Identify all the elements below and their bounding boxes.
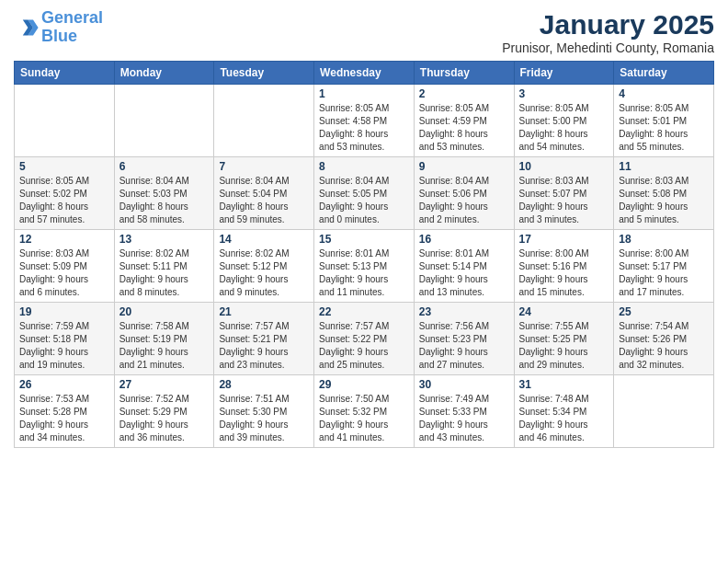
day-cell: 10Sunrise: 8:03 AM Sunset: 5:07 PM Dayli… (514, 157, 614, 230)
day-cell: 18Sunrise: 8:00 AM Sunset: 5:17 PM Dayli… (614, 230, 714, 303)
day-cell (214, 85, 314, 157)
calendar-header: SundayMondayTuesdayWednesdayThursdayFrid… (15, 62, 714, 85)
day-number: 28 (219, 378, 309, 391)
day-number: 10 (519, 160, 609, 173)
day-number: 20 (119, 305, 210, 318)
week-row-2: 5Sunrise: 8:05 AM Sunset: 5:02 PM Daylig… (15, 157, 714, 230)
day-info: Sunrise: 8:03 AM Sunset: 5:07 PM Dayligh… (519, 175, 609, 226)
day-info: Sunrise: 8:00 AM Sunset: 5:17 PM Dayligh… (619, 247, 709, 299)
day-number: 24 (519, 305, 609, 318)
day-cell: 11Sunrise: 8:03 AM Sunset: 5:08 PM Dayli… (614, 157, 714, 230)
day-cell: 15Sunrise: 8:01 AM Sunset: 5:13 PM Dayli… (314, 230, 415, 303)
day-number: 11 (619, 160, 709, 173)
day-number: 31 (519, 378, 609, 391)
day-cell: 7Sunrise: 8:04 AM Sunset: 5:04 PM Daylig… (214, 157, 314, 230)
day-info: Sunrise: 7:52 AM Sunset: 5:29 PM Dayligh… (119, 393, 210, 444)
day-number: 12 (19, 233, 109, 246)
day-number: 27 (119, 378, 210, 391)
day-cell: 31Sunrise: 7:48 AM Sunset: 5:34 PM Dayli… (514, 375, 614, 448)
subtitle: Prunisor, Mehedinti County, Romania (502, 40, 714, 55)
col-header-wednesday: Wednesday (314, 62, 415, 85)
week-row-1: 1Sunrise: 8:05 AM Sunset: 4:58 PM Daylig… (15, 85, 714, 157)
day-cell (614, 375, 714, 448)
day-info: Sunrise: 8:05 AM Sunset: 5:01 PM Dayligh… (619, 102, 709, 154)
day-number: 15 (319, 233, 409, 246)
logo-general: General (41, 8, 103, 27)
day-info: Sunrise: 7:56 AM Sunset: 5:23 PM Dayligh… (419, 320, 509, 372)
day-cell: 6Sunrise: 8:04 AM Sunset: 5:03 PM Daylig… (114, 157, 214, 230)
day-number: 29 (319, 378, 409, 391)
day-cell: 27Sunrise: 7:52 AM Sunset: 5:29 PM Dayli… (114, 375, 214, 448)
day-cell: 19Sunrise: 7:59 AM Sunset: 5:18 PM Dayli… (15, 303, 115, 375)
logo-text: General Blue (41, 9, 103, 46)
day-info: Sunrise: 8:02 AM Sunset: 5:11 PM Dayligh… (119, 247, 210, 299)
page: General Blue January 2025 Prunisor, Mehe… (0, 0, 728, 563)
day-number: 5 (19, 160, 109, 173)
day-number: 25 (619, 305, 709, 318)
day-number: 23 (419, 305, 509, 318)
day-info: Sunrise: 8:02 AM Sunset: 5:12 PM Dayligh… (219, 247, 309, 299)
day-info: Sunrise: 8:04 AM Sunset: 5:03 PM Dayligh… (119, 175, 210, 226)
day-number: 13 (119, 233, 210, 246)
day-number: 14 (219, 233, 309, 246)
col-header-sunday: Sunday (15, 62, 115, 85)
day-info: Sunrise: 8:05 AM Sunset: 4:59 PM Dayligh… (419, 102, 509, 154)
day-number: 18 (619, 233, 709, 246)
logo-icon (14, 15, 40, 40)
day-info: Sunrise: 8:05 AM Sunset: 5:02 PM Dayligh… (19, 175, 109, 226)
day-cell: 14Sunrise: 8:02 AM Sunset: 5:12 PM Dayli… (214, 230, 314, 303)
day-number: 6 (119, 160, 210, 173)
day-number: 4 (619, 87, 709, 100)
day-number: 1 (319, 87, 409, 100)
day-cell: 16Sunrise: 8:01 AM Sunset: 5:14 PM Dayli… (414, 230, 514, 303)
day-cell: 30Sunrise: 7:49 AM Sunset: 5:33 PM Dayli… (414, 375, 514, 448)
logo: General Blue (14, 9, 103, 46)
day-number: 30 (419, 378, 509, 391)
day-info: Sunrise: 7:59 AM Sunset: 5:18 PM Dayligh… (19, 320, 109, 372)
week-row-4: 19Sunrise: 7:59 AM Sunset: 5:18 PM Dayli… (15, 303, 714, 375)
day-cell: 2Sunrise: 8:05 AM Sunset: 4:59 PM Daylig… (414, 85, 514, 157)
day-info: Sunrise: 7:58 AM Sunset: 5:19 PM Dayligh… (119, 320, 210, 372)
day-info: Sunrise: 7:57 AM Sunset: 5:22 PM Dayligh… (319, 320, 409, 372)
col-header-thursday: Thursday (414, 62, 514, 85)
day-cell: 13Sunrise: 8:02 AM Sunset: 5:11 PM Dayli… (114, 230, 214, 303)
day-info: Sunrise: 8:04 AM Sunset: 5:04 PM Dayligh… (219, 175, 309, 226)
day-cell: 1Sunrise: 8:05 AM Sunset: 4:58 PM Daylig… (314, 85, 415, 157)
day-info: Sunrise: 7:54 AM Sunset: 5:26 PM Dayligh… (619, 320, 709, 372)
day-cell: 9Sunrise: 8:04 AM Sunset: 5:06 PM Daylig… (414, 157, 514, 230)
day-info: Sunrise: 7:53 AM Sunset: 5:28 PM Dayligh… (19, 393, 109, 444)
day-number: 9 (419, 160, 509, 173)
day-cell: 29Sunrise: 7:50 AM Sunset: 5:32 PM Dayli… (314, 375, 415, 448)
calendar-body: 1Sunrise: 8:05 AM Sunset: 4:58 PM Daylig… (15, 85, 714, 448)
day-cell (15, 85, 115, 157)
day-info: Sunrise: 8:05 AM Sunset: 5:00 PM Dayligh… (519, 102, 609, 154)
week-row-5: 26Sunrise: 7:53 AM Sunset: 5:28 PM Dayli… (15, 375, 714, 448)
day-info: Sunrise: 7:51 AM Sunset: 5:30 PM Dayligh… (219, 393, 309, 444)
day-number: 3 (519, 87, 609, 100)
day-cell: 17Sunrise: 8:00 AM Sunset: 5:16 PM Dayli… (514, 230, 614, 303)
header-row: SundayMondayTuesdayWednesdayThursdayFrid… (15, 62, 714, 85)
day-cell: 24Sunrise: 7:55 AM Sunset: 5:25 PM Dayli… (514, 303, 614, 375)
day-cell (114, 85, 214, 157)
day-cell: 12Sunrise: 8:03 AM Sunset: 5:09 PM Dayli… (15, 230, 115, 303)
main-title: January 2025 (502, 9, 714, 40)
day-number: 2 (419, 87, 509, 100)
day-number: 26 (19, 378, 109, 391)
col-header-saturday: Saturday (614, 62, 714, 85)
day-info: Sunrise: 7:50 AM Sunset: 5:32 PM Dayligh… (319, 393, 409, 444)
day-number: 21 (219, 305, 309, 318)
day-number: 17 (519, 233, 609, 246)
day-cell: 8Sunrise: 8:04 AM Sunset: 5:05 PM Daylig… (314, 157, 415, 230)
day-info: Sunrise: 8:01 AM Sunset: 5:13 PM Dayligh… (319, 247, 409, 299)
col-header-monday: Monday (114, 62, 214, 85)
title-block: January 2025 Prunisor, Mehedinti County,… (502, 9, 714, 55)
day-cell: 20Sunrise: 7:58 AM Sunset: 5:19 PM Dayli… (114, 303, 214, 375)
day-cell: 26Sunrise: 7:53 AM Sunset: 5:28 PM Dayli… (15, 375, 115, 448)
day-number: 22 (319, 305, 409, 318)
header: General Blue January 2025 Prunisor, Mehe… (14, 9, 714, 55)
day-cell: 3Sunrise: 8:05 AM Sunset: 5:00 PM Daylig… (514, 85, 614, 157)
day-number: 19 (19, 305, 109, 318)
col-header-friday: Friday (514, 62, 614, 85)
calendar-table: SundayMondayTuesdayWednesdayThursdayFrid… (14, 61, 714, 448)
day-info: Sunrise: 8:04 AM Sunset: 5:06 PM Dayligh… (419, 175, 509, 226)
